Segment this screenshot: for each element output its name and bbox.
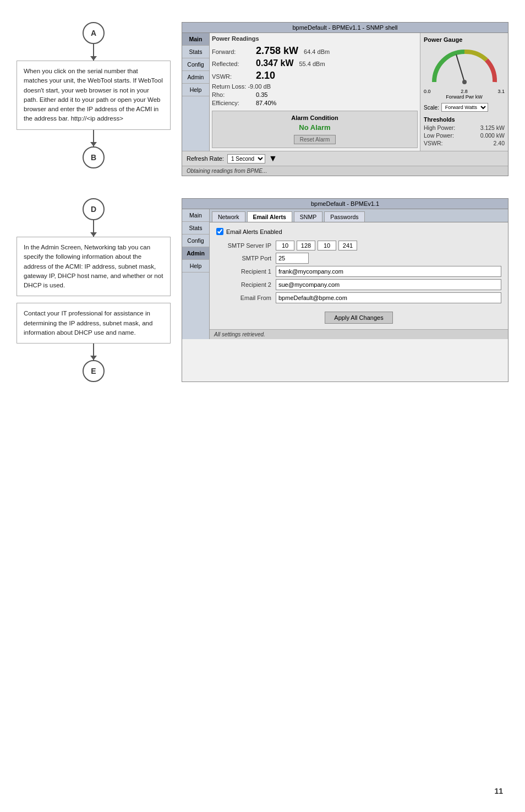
vswr-label: VSWR:	[212, 73, 256, 80]
reflected-value: 0.347 kW	[256, 58, 293, 68]
power-readings-title: Power Readings	[212, 35, 418, 42]
scale-label: Scale:	[424, 105, 439, 111]
alarm-title: Alarm Condition	[216, 115, 414, 121]
return-loss: Return Loss: -9.00 dB	[212, 83, 418, 90]
high-power-value: 3.125 kW	[480, 124, 505, 131]
forward-dbm: 64.4 dBm	[304, 48, 330, 55]
thresholds-title: Thresholds	[424, 116, 505, 123]
apply-all-changes-button[interactable]: Apply All Changes	[325, 312, 392, 324]
scale-select[interactable]: Forward Watts	[441, 103, 488, 112]
recipient2-label: Recipient 2	[216, 281, 271, 288]
low-power-label: Low Power:	[424, 132, 454, 139]
forward-value: 2.758 kW	[256, 45, 298, 57]
recipient1-input[interactable]	[276, 266, 501, 277]
email-from-input[interactable]	[276, 292, 501, 303]
bpme-top-status: Obtaining readings from BPME...	[182, 166, 508, 176]
gauge-mid: 2.8	[461, 89, 468, 94]
bpme-top-title: bpmeDefault - BPMEv1.1 - SNMP shell	[182, 23, 508, 33]
email-enabled-label: Email Alerts Enabled	[226, 228, 282, 235]
node-b: B	[83, 146, 105, 168]
power-gauge-section: Power Gauge	[420, 33, 508, 151]
smtp-port-label: SMTP Port	[216, 255, 271, 261]
bpme-bottom-status: All settings retrieved.	[210, 329, 508, 339]
node-d: D	[83, 198, 105, 220]
bottom-text-box-1: In the Admin Screen, Networking tab you …	[17, 237, 171, 296]
bpme-bottom-nav: Main Stats Config Admin Help	[182, 209, 210, 339]
nav-stats[interactable]: Stats	[182, 46, 209, 58]
alarm-status: No Alarm	[216, 123, 414, 132]
tab-network[interactable]: Network	[212, 211, 245, 222]
efficiency-label: Efficiency:	[212, 100, 256, 106]
smtp-ip-2[interactable]	[297, 241, 315, 250]
bpme-top-nav: Main Stats Config Admin Help	[182, 33, 210, 151]
gauge-max: 3.1	[497, 89, 505, 94]
email-form: SMTP Server IP SMTP Port Re	[216, 241, 501, 303]
refresh-label: Refresh Rate:	[187, 155, 224, 162]
recipient1-label: Recipient 1	[216, 268, 271, 275]
vswr-value: 2.10	[256, 70, 275, 81]
top-diagram: A When you click on the serial number th…	[17, 22, 171, 176]
smtp-ip-4[interactable]	[338, 241, 357, 250]
high-power-label: High Power:	[424, 124, 455, 131]
bottom-text-box-2: Contact your IT professional for assista…	[17, 303, 171, 344]
nav-help[interactable]: Help	[182, 84, 209, 96]
alarm-section: Alarm Condition No Alarm Reset Alarm	[212, 111, 418, 148]
gauge-min: 0.0	[424, 89, 431, 94]
nav-main[interactable]: Main	[182, 33, 209, 46]
nav2-main[interactable]: Main	[182, 209, 209, 222]
power-readings: Power Readings Forward: 2.758 kW 64.4 dB…	[210, 33, 420, 151]
smtp-ip-1[interactable]	[276, 241, 294, 250]
vswr-thresh-label: VSWR:	[424, 140, 442, 146]
tab-passwords[interactable]: Passwords	[324, 211, 364, 222]
email-enabled-row: Email Alerts Enabled	[216, 228, 501, 235]
node-e: E	[83, 360, 105, 382]
email-enabled-checkbox[interactable]	[216, 228, 223, 235]
bpme-bottom-title: bpmeDefault - BPMEv1.1	[182, 199, 508, 209]
nav-config[interactable]: Config	[182, 58, 209, 71]
refresh-select[interactable]: 1 Second	[227, 154, 265, 164]
refresh-bar: Refresh Rate: 1 Second ▼	[182, 151, 508, 166]
vswr-thresh-value: 2.40	[494, 140, 505, 146]
email-from-label: Email From	[216, 295, 271, 301]
node-a: A	[83, 22, 105, 44]
bpme-bottom-panel: bpmeDefault - BPMEv1.1 Main Stats Config…	[182, 198, 508, 382]
rho-value: 0.35	[256, 91, 267, 98]
nav2-admin[interactable]: Admin	[182, 247, 209, 260]
smtp-port-input[interactable]	[276, 253, 309, 264]
forward-label: Forward:	[212, 48, 256, 55]
top-text-box: When you click on the serial number that…	[17, 61, 171, 130]
nav2-help[interactable]: Help	[182, 260, 209, 273]
tab-snmp[interactable]: SNMP	[294, 211, 322, 222]
reflected-dbm: 55.4 dBm	[299, 61, 325, 67]
reset-alarm-button[interactable]: Reset Alarm	[294, 135, 336, 144]
nav2-config[interactable]: Config	[182, 235, 209, 247]
email-alerts-content: Email Alerts Enabled SMTP Server IP	[210, 222, 508, 329]
rho-label: Rho:	[212, 91, 256, 98]
recipient2-input[interactable]	[276, 279, 501, 290]
svg-line-0	[456, 55, 464, 82]
smtp-server-label: SMTP Server IP	[216, 242, 271, 249]
tab-email-alerts[interactable]: Email Alerts	[247, 211, 292, 222]
thresholds-section: Thresholds High Power: 3.125 kW Low Powe…	[424, 116, 505, 146]
efficiency-value: 87.40%	[256, 100, 276, 106]
power-gauge-title: Power Gauge	[424, 36, 505, 43]
reflected-label: Reflected:	[212, 61, 256, 67]
smtp-ip-group	[276, 241, 501, 250]
gauge-label: Forward Pwr kW	[424, 94, 505, 100]
nav-admin[interactable]: Admin	[182, 71, 209, 84]
page-number: 11	[494, 787, 503, 795]
gauge-svg	[429, 46, 500, 88]
low-power-value: 0.000 kW	[480, 132, 505, 139]
bottom-diagram: D In the Admin Screen, Networking tab yo…	[17, 198, 171, 382]
bpme-top-panel: bpmeDefault - BPMEv1.1 - SNMP shell Main…	[182, 22, 508, 176]
svg-point-1	[462, 80, 467, 84]
smtp-ip-3[interactable]	[318, 241, 336, 250]
nav2-stats[interactable]: Stats	[182, 222, 209, 235]
admin-tabs: Network Email Alerts SNMP Passwords	[210, 209, 508, 222]
